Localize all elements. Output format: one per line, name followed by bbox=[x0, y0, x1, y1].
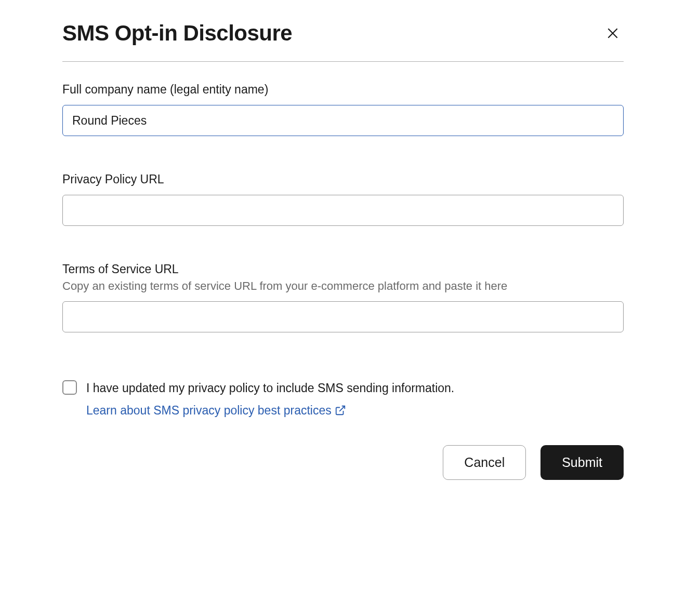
company-name-input[interactable] bbox=[62, 105, 624, 136]
consent-text-block: I have updated my privacy policy to incl… bbox=[86, 379, 454, 419]
company-name-label: Full company name (legal entity name) bbox=[62, 83, 624, 97]
company-name-group: Full company name (legal entity name) bbox=[62, 83, 624, 136]
consent-checkbox[interactable] bbox=[62, 380, 77, 395]
tos-url-group: Terms of Service URL Copy an existing te… bbox=[62, 262, 624, 332]
privacy-url-input[interactable] bbox=[62, 195, 624, 226]
modal-title: SMS Opt-in Disclosure bbox=[62, 21, 292, 46]
consent-text: I have updated my privacy policy to incl… bbox=[86, 379, 454, 397]
svg-line-2 bbox=[339, 406, 345, 411]
submit-button[interactable]: Submit bbox=[540, 445, 624, 480]
consent-row: I have updated my privacy policy to incl… bbox=[62, 379, 624, 419]
modal-footer: Cancel Submit bbox=[62, 445, 624, 480]
close-icon bbox=[606, 26, 619, 40]
tos-url-label: Terms of Service URL bbox=[62, 262, 624, 276]
cancel-button[interactable]: Cancel bbox=[443, 445, 526, 480]
external-link-icon bbox=[335, 405, 346, 416]
close-button[interactable] bbox=[602, 22, 624, 44]
learn-more-text: Learn about SMS privacy policy best prac… bbox=[86, 401, 332, 420]
learn-more-link[interactable]: Learn about SMS privacy policy best prac… bbox=[86, 401, 346, 420]
privacy-url-group: Privacy Policy URL bbox=[62, 172, 624, 226]
modal-header: SMS Opt-in Disclosure bbox=[62, 21, 624, 62]
sms-optin-modal: SMS Opt-in Disclosure Full company name … bbox=[62, 21, 624, 480]
tos-url-help: Copy an existing terms of service URL fr… bbox=[62, 279, 624, 293]
privacy-url-label: Privacy Policy URL bbox=[62, 172, 624, 186]
tos-url-input[interactable] bbox=[62, 301, 624, 332]
